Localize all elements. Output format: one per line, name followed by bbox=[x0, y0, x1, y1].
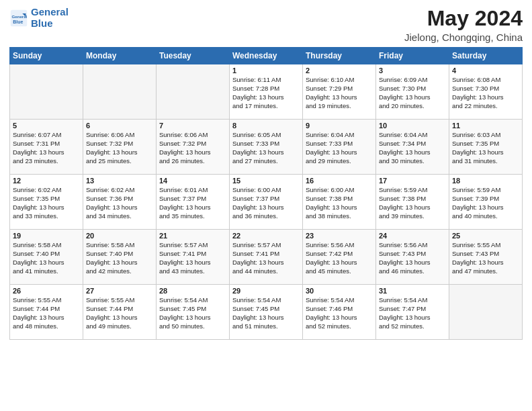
day-info: Sunrise: 6:02 AM Sunset: 7:35 PM Dayligh… bbox=[13, 186, 80, 220]
calendar-cell: 8Sunrise: 6:05 AM Sunset: 7:33 PM Daylig… bbox=[230, 120, 303, 175]
calendar-cell: 12Sunrise: 6:02 AM Sunset: 7:35 PM Dayli… bbox=[10, 175, 83, 230]
calendar-cell: 27Sunrise: 5:55 AM Sunset: 7:44 PM Dayli… bbox=[83, 285, 157, 340]
day-number: 10 bbox=[379, 122, 446, 130]
day-number: 29 bbox=[232, 287, 300, 295]
calendar-week-row: 19Sunrise: 5:58 AM Sunset: 7:40 PM Dayli… bbox=[10, 230, 523, 285]
day-number: 15 bbox=[232, 177, 300, 185]
day-number: 7 bbox=[159, 122, 226, 130]
day-info: Sunrise: 6:07 AM Sunset: 7:31 PM Dayligh… bbox=[13, 131, 80, 165]
day-info: Sunrise: 5:59 AM Sunset: 7:39 PM Dayligh… bbox=[452, 186, 519, 220]
day-number: 8 bbox=[232, 122, 300, 130]
day-info: Sunrise: 5:55 AM Sunset: 7:44 PM Dayligh… bbox=[13, 296, 80, 330]
day-number: 2 bbox=[306, 66, 373, 75]
day-number: 13 bbox=[86, 177, 153, 185]
calendar-body: 1Sunrise: 6:11 AM Sunset: 7:28 PM Daylig… bbox=[10, 64, 523, 340]
day-info: Sunrise: 6:06 AM Sunset: 7:32 PM Dayligh… bbox=[159, 131, 226, 165]
day-info: Sunrise: 6:02 AM Sunset: 7:36 PM Dayligh… bbox=[86, 186, 153, 220]
calendar-cell: 25Sunrise: 5:55 AM Sunset: 7:43 PM Dayli… bbox=[449, 230, 523, 285]
day-info: Sunrise: 6:05 AM Sunset: 7:33 PM Dayligh… bbox=[232, 131, 300, 165]
day-number: 28 bbox=[159, 287, 226, 295]
logo-icon: General Blue bbox=[9, 9, 28, 28]
day-number: 1 bbox=[232, 66, 300, 75]
day-number: 30 bbox=[306, 287, 373, 295]
page: General Blue General Blue May 2024 Jielo… bbox=[0, 0, 532, 411]
day-number: 19 bbox=[13, 232, 80, 240]
calendar-cell: 7Sunrise: 6:06 AM Sunset: 7:32 PM Daylig… bbox=[157, 120, 230, 175]
day-number: 20 bbox=[86, 232, 153, 240]
calendar-cell: 30Sunrise: 5:54 AM Sunset: 7:46 PM Dayli… bbox=[303, 285, 376, 340]
calendar-cell: 15Sunrise: 6:00 AM Sunset: 7:37 PM Dayli… bbox=[230, 175, 303, 230]
day-info: Sunrise: 5:54 AM Sunset: 7:45 PM Dayligh… bbox=[232, 296, 300, 330]
calendar-cell: 16Sunrise: 6:00 AM Sunset: 7:38 PM Dayli… bbox=[303, 175, 376, 230]
calendar-cell: 21Sunrise: 5:57 AM Sunset: 7:41 PM Dayli… bbox=[157, 230, 230, 285]
calendar-cell: 5Sunrise: 6:07 AM Sunset: 7:31 PM Daylig… bbox=[10, 120, 83, 175]
day-info: Sunrise: 6:10 AM Sunset: 7:29 PM Dayligh… bbox=[306, 76, 373, 110]
weekday-header: Friday bbox=[376, 48, 449, 64]
calendar-cell bbox=[157, 64, 230, 120]
calendar-cell bbox=[83, 64, 157, 120]
day-number: 26 bbox=[13, 287, 80, 295]
calendar-cell: 17Sunrise: 5:59 AM Sunset: 7:38 PM Dayli… bbox=[376, 175, 449, 230]
day-info: Sunrise: 6:09 AM Sunset: 7:30 PM Dayligh… bbox=[379, 76, 446, 110]
weekday-row: SundayMondayTuesdayWednesdayThursdayFrid… bbox=[10, 48, 523, 64]
day-info: Sunrise: 6:03 AM Sunset: 7:35 PM Dayligh… bbox=[452, 131, 519, 165]
day-info: Sunrise: 6:04 AM Sunset: 7:34 PM Dayligh… bbox=[379, 131, 446, 165]
day-number: 6 bbox=[86, 122, 153, 130]
weekday-header: Sunday bbox=[10, 48, 83, 64]
weekday-header: Saturday bbox=[449, 48, 523, 64]
day-number: 4 bbox=[452, 66, 519, 75]
day-number: 11 bbox=[452, 122, 519, 130]
calendar-cell: 13Sunrise: 6:02 AM Sunset: 7:36 PM Dayli… bbox=[83, 175, 157, 230]
logo-line1: General bbox=[31, 6, 69, 17]
calendar-cell: 26Sunrise: 5:55 AM Sunset: 7:44 PM Dayli… bbox=[10, 285, 83, 340]
day-number: 27 bbox=[86, 287, 153, 295]
weekday-header: Tuesday bbox=[157, 48, 230, 64]
calendar-cell: 20Sunrise: 5:58 AM Sunset: 7:40 PM Dayli… bbox=[83, 230, 157, 285]
day-info: Sunrise: 5:58 AM Sunset: 7:40 PM Dayligh… bbox=[86, 241, 153, 275]
calendar-week-row: 26Sunrise: 5:55 AM Sunset: 7:44 PM Dayli… bbox=[10, 285, 523, 340]
day-number: 14 bbox=[159, 177, 226, 185]
day-number: 21 bbox=[159, 232, 226, 240]
calendar-cell: 9Sunrise: 6:04 AM Sunset: 7:33 PM Daylig… bbox=[303, 120, 376, 175]
header: General Blue General Blue May 2024 Jielo… bbox=[9, 7, 523, 43]
day-number: 24 bbox=[379, 232, 446, 240]
calendar-cell: 6Sunrise: 6:06 AM Sunset: 7:32 PM Daylig… bbox=[83, 120, 157, 175]
calendar-cell: 4Sunrise: 6:08 AM Sunset: 7:30 PM Daylig… bbox=[449, 64, 523, 120]
day-info: Sunrise: 5:59 AM Sunset: 7:38 PM Dayligh… bbox=[379, 186, 446, 220]
day-info: Sunrise: 6:04 AM Sunset: 7:33 PM Dayligh… bbox=[306, 131, 373, 165]
day-info: Sunrise: 5:57 AM Sunset: 7:41 PM Dayligh… bbox=[159, 241, 226, 275]
day-info: Sunrise: 6:06 AM Sunset: 7:32 PM Dayligh… bbox=[86, 131, 153, 165]
day-info: Sunrise: 5:56 AM Sunset: 7:43 PM Dayligh… bbox=[379, 241, 446, 275]
calendar-cell: 3Sunrise: 6:09 AM Sunset: 7:30 PM Daylig… bbox=[376, 64, 449, 120]
day-info: Sunrise: 5:54 AM Sunset: 7:45 PM Dayligh… bbox=[159, 296, 226, 330]
logo: General Blue General Blue bbox=[9, 7, 69, 29]
calendar-cell: 19Sunrise: 5:58 AM Sunset: 7:40 PM Dayli… bbox=[10, 230, 83, 285]
day-info: Sunrise: 5:54 AM Sunset: 7:46 PM Dayligh… bbox=[306, 296, 373, 330]
day-number: 9 bbox=[306, 122, 373, 130]
calendar-week-row: 12Sunrise: 6:02 AM Sunset: 7:35 PM Dayli… bbox=[10, 175, 523, 230]
calendar-cell: 11Sunrise: 6:03 AM Sunset: 7:35 PM Dayli… bbox=[449, 120, 523, 175]
day-info: Sunrise: 6:00 AM Sunset: 7:38 PM Dayligh… bbox=[306, 186, 373, 220]
calendar-cell: 29Sunrise: 5:54 AM Sunset: 7:45 PM Dayli… bbox=[230, 285, 303, 340]
day-info: Sunrise: 6:11 AM Sunset: 7:28 PM Dayligh… bbox=[232, 76, 300, 110]
logo-line2: Blue bbox=[31, 17, 53, 29]
calendar-cell: 1Sunrise: 6:11 AM Sunset: 7:28 PM Daylig… bbox=[230, 64, 303, 120]
calendar-cell: 22Sunrise: 5:57 AM Sunset: 7:41 PM Dayli… bbox=[230, 230, 303, 285]
day-info: Sunrise: 5:57 AM Sunset: 7:41 PM Dayligh… bbox=[232, 241, 300, 275]
day-number: 5 bbox=[13, 122, 80, 130]
calendar-cell: 24Sunrise: 5:56 AM Sunset: 7:43 PM Dayli… bbox=[376, 230, 449, 285]
svg-text:Blue: Blue bbox=[13, 19, 23, 24]
weekday-header: Wednesday bbox=[230, 48, 303, 64]
calendar-week-row: 1Sunrise: 6:11 AM Sunset: 7:28 PM Daylig… bbox=[10, 64, 523, 120]
calendar-cell: 14Sunrise: 6:01 AM Sunset: 7:37 PM Dayli… bbox=[157, 175, 230, 230]
calendar-cell: 2Sunrise: 6:10 AM Sunset: 7:29 PM Daylig… bbox=[303, 64, 376, 120]
calendar-cell: 31Sunrise: 5:54 AM Sunset: 7:47 PM Dayli… bbox=[376, 285, 449, 340]
day-info: Sunrise: 6:00 AM Sunset: 7:37 PM Dayligh… bbox=[232, 186, 300, 220]
day-number: 31 bbox=[379, 287, 446, 295]
calendar-cell bbox=[449, 285, 523, 340]
day-info: Sunrise: 5:55 AM Sunset: 7:44 PM Dayligh… bbox=[86, 296, 153, 330]
day-number: 18 bbox=[452, 177, 519, 185]
day-number: 17 bbox=[379, 177, 446, 185]
calendar-cell bbox=[10, 64, 83, 120]
main-title: May 2024 bbox=[404, 7, 523, 30]
